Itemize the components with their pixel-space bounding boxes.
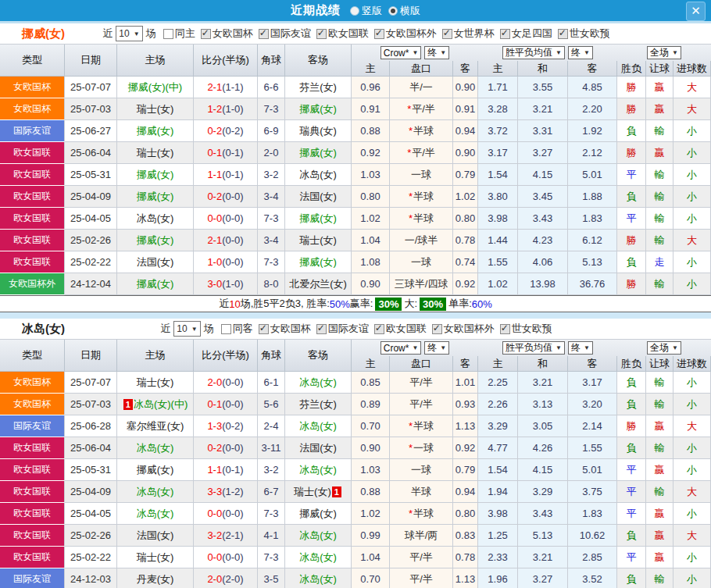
handicap-cell: *平/半 bbox=[390, 142, 453, 164]
avg-select[interactable]: 胜平负均值▼ bbox=[502, 341, 565, 355]
match-type-badge: 欧女国联 bbox=[0, 142, 65, 164]
col-header-home: 主场 bbox=[117, 45, 194, 77]
score-cell: 2-1(0-0) bbox=[194, 230, 258, 251]
result-cell: 負 bbox=[617, 372, 646, 394]
league-checkbox[interactable] bbox=[442, 29, 452, 39]
away-odds-cell: 0.92 bbox=[453, 273, 478, 295]
away-odds-cell: 0.94 bbox=[453, 120, 478, 142]
filter-unit-label: 场 bbox=[204, 322, 214, 336]
bookmaker-select[interactable]: Crow*▼ bbox=[381, 46, 422, 59]
result-cell: 平 bbox=[617, 481, 646, 503]
handicap-cell: 一球 bbox=[390, 459, 453, 481]
league-checkbox[interactable] bbox=[500, 324, 510, 334]
away-odds-cell: 0.78 bbox=[453, 547, 478, 568]
result-cell: 負 bbox=[617, 525, 646, 547]
score-cell: 3-3(1-2) bbox=[194, 481, 258, 503]
league-checkbox[interactable] bbox=[374, 29, 384, 39]
same-venue-checkbox[interactable] bbox=[163, 29, 173, 39]
home-odds-cell: 1.02 bbox=[352, 503, 390, 525]
final-odds-select[interactable]: 终▼ bbox=[424, 341, 449, 355]
handicap-result-cell: 贏 bbox=[646, 142, 673, 164]
home-odds-cell: 1.04 bbox=[352, 230, 390, 251]
final-avg-select[interactable]: 终▼ bbox=[568, 46, 593, 59]
scope-select[interactable]: 全场▼ bbox=[647, 46, 681, 59]
avg-odds-cell: 3.72 bbox=[478, 120, 518, 142]
corner-cell: 7-3 bbox=[258, 98, 285, 120]
final-odds-select[interactable]: 终▼ bbox=[424, 46, 449, 59]
summary-row: 近10场,胜5平2负3, 胜率:50% 赢率: 30% 大: 30% 单率:60… bbox=[0, 295, 711, 312]
score-cell: 0-2(0-2) bbox=[194, 120, 258, 142]
results-table: 类型 日期 主场 比分(半场) 角球 客场 Crow*▼ 终▼ 胜平负均值▼ 终… bbox=[0, 44, 711, 295]
bookmaker-select[interactable]: Crow*▼ bbox=[381, 341, 422, 355]
match-type-badge: 欧女国联 bbox=[0, 503, 65, 525]
sub-header: 主 bbox=[478, 356, 518, 372]
date-cell: 25-07-07 bbox=[65, 372, 117, 394]
league-checkbox[interactable] bbox=[432, 324, 442, 334]
summary-segment: 30% bbox=[375, 298, 402, 311]
avg-select[interactable]: 胜平负均值▼ bbox=[502, 46, 565, 59]
final-avg-select[interactable]: 终▼ bbox=[568, 341, 593, 355]
date-cell: 25-02-22 bbox=[65, 547, 117, 568]
home-odds-cell: 0.89 bbox=[352, 394, 390, 415]
home-team-cell: 1冰岛(女)(中) bbox=[117, 394, 194, 415]
home-team-cell: 塞尔维亚(女) bbox=[117, 415, 194, 437]
handicap-result-cell: 輸 bbox=[646, 481, 673, 503]
match-type-badge: 欧女国联 bbox=[0, 525, 65, 547]
corner-cell: 8-0 bbox=[258, 273, 285, 295]
away-odds-cell: 0.79 bbox=[453, 459, 478, 481]
corner-cell: 6-6 bbox=[258, 77, 285, 98]
league-checkbox[interactable] bbox=[316, 324, 327, 334]
sub-header: 让球 bbox=[646, 356, 673, 372]
avg-odds-cell: 5.01 bbox=[568, 164, 617, 186]
handicap-result-cell: 輸 bbox=[646, 186, 673, 208]
handicap-result-cell: 輸 bbox=[646, 372, 673, 394]
summary-segment: 赢率: bbox=[350, 297, 373, 311]
score-cell: 0-0(0-0) bbox=[194, 208, 258, 230]
match-type-badge: 欧女国联 bbox=[0, 230, 65, 251]
handicap-result-cell: 輸 bbox=[646, 120, 673, 142]
corner-cell: 3-2 bbox=[258, 164, 285, 186]
avg-odds-cell: 4.06 bbox=[518, 251, 568, 273]
avg-odds-cell: 3.45 bbox=[518, 186, 568, 208]
layout-radio-checked[interactable] bbox=[388, 6, 398, 16]
league-checkbox-label: 世女欧预 bbox=[512, 322, 552, 336]
section-divider bbox=[0, 312, 711, 319]
home-odds-cell: 0.90 bbox=[352, 437, 390, 459]
result-cell: 負 bbox=[617, 437, 646, 459]
league-checkbox[interactable] bbox=[259, 324, 269, 334]
match-count-select[interactable]: 10▼ bbox=[116, 26, 142, 41]
league-checkbox[interactable] bbox=[558, 29, 568, 39]
league-checkbox[interactable] bbox=[316, 29, 327, 39]
avg-odds-cell: 5.13 bbox=[518, 525, 568, 547]
sub-header: 胜负 bbox=[617, 356, 646, 372]
league-checkbox[interactable] bbox=[201, 29, 211, 39]
league-checkbox-label: 世女欧预 bbox=[570, 27, 610, 41]
layout-radio-unchecked[interactable] bbox=[350, 6, 359, 16]
corner-cell: 3-11 bbox=[258, 437, 285, 459]
filter-row: 冰岛(女) 近10▼场同客女欧国杯国际友谊欧女国联女欧国杯外世女欧预 bbox=[0, 319, 711, 339]
filter-row: 挪威(女) 近10▼场同主女欧国杯国际友谊欧女国联女欧国杯外女世界杯女足四国世女… bbox=[0, 23, 711, 44]
home-team-cell: 挪威(女) bbox=[117, 120, 194, 142]
number-badge: 1 bbox=[332, 486, 341, 497]
league-checkbox-label: 欧女国联 bbox=[386, 322, 427, 336]
scope-select[interactable]: 全场▼ bbox=[647, 341, 681, 355]
avg-odds-cell: 2.14 bbox=[568, 415, 617, 437]
league-checkbox[interactable] bbox=[500, 29, 510, 39]
same-venue-checkbox[interactable] bbox=[221, 324, 231, 334]
table-row: 女欧国杯25-07-07瑞士(女)2-0(0-0)6-1冰岛(女)0.85平/半… bbox=[0, 372, 711, 394]
avg-odds-cell: 3.17 bbox=[568, 372, 617, 394]
summary-segment: 30% bbox=[420, 298, 446, 311]
filter-bar: 近10▼场同主女欧国杯国际友谊欧女国联女欧国杯外女世界杯女足四国世女欧预 bbox=[101, 26, 609, 41]
handicap-cell: 半球 bbox=[390, 481, 453, 503]
close-icon[interactable]: ✕ bbox=[686, 2, 706, 21]
league-checkbox[interactable] bbox=[259, 29, 269, 39]
col-header-type: 类型 bbox=[0, 340, 65, 372]
league-checkbox[interactable] bbox=[374, 324, 384, 334]
home-team-cell: 挪威(女) bbox=[117, 459, 194, 481]
match-type-badge: 女欧国杯外 bbox=[0, 273, 65, 295]
goals-result-cell: 小 bbox=[673, 273, 711, 295]
match-count-select[interactable]: 10▼ bbox=[173, 321, 200, 337]
away-odds-cell: 0.83 bbox=[453, 525, 478, 547]
table-row: 女欧国杯25-07-07挪威(女)(中)2-1(1-1)6-6芬兰(女)0.96… bbox=[0, 77, 711, 98]
sub-header: 和 bbox=[518, 356, 568, 372]
